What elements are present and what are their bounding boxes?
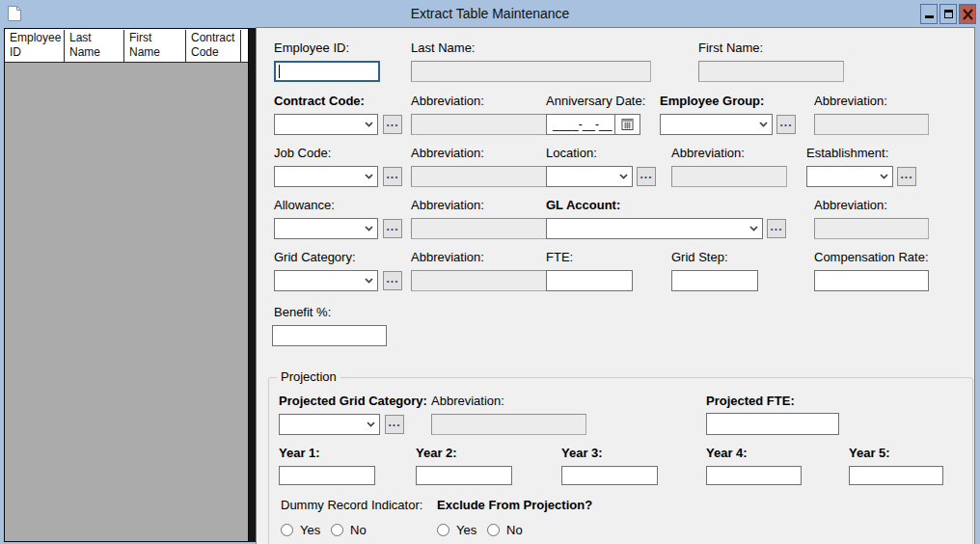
chevron-down-icon <box>365 122 373 127</box>
gl-account-abbreviation-label: Abbreviation: <box>814 198 887 212</box>
column-header-first-name[interactable]: First Name <box>124 30 186 62</box>
employee-id-label: Employee ID: <box>274 41 349 55</box>
location-browse-button[interactable]: ... <box>637 167 656 186</box>
gl-account-abbreviation-input <box>814 218 929 239</box>
employee-group-abbreviation-label: Abbreviation: <box>814 94 887 108</box>
anniversary-date-input[interactable]: ____-__-__ <box>546 114 640 135</box>
fte-label: FTE: <box>546 250 573 264</box>
close-icon <box>963 9 973 23</box>
job-code-abbreviation-label: Abbreviation: <box>411 146 484 160</box>
allowance-browse-button[interactable]: ... <box>383 219 402 238</box>
window-title: Extract Table Maintenance <box>0 6 980 21</box>
gl-account-browse-button[interactable]: ... <box>767 219 786 238</box>
establishment-select[interactable] <box>806 166 893 187</box>
exclude-projection-no-radio[interactable] <box>487 524 500 536</box>
maximize-button[interactable] <box>939 4 957 24</box>
employee-list-body[interactable] <box>5 63 248 541</box>
job-code-abbreviation-input <box>411 166 556 187</box>
exclude-from-projection-label: Exclude From Projection? <box>437 498 592 512</box>
grid-category-select[interactable] <box>274 270 378 291</box>
last-name-label: Last Name: <box>411 41 475 55</box>
contract-code-select[interactable] <box>274 114 378 135</box>
column-header-employee-id[interactable]: Employee ID <box>5 30 65 62</box>
first-name-input <box>698 61 844 82</box>
benefit-percent-input[interactable] <box>272 325 387 346</box>
projected-fte-input[interactable] <box>706 413 839 435</box>
contract-code-label: Contract Code: <box>274 94 365 108</box>
contract-abbreviation-input <box>411 114 556 135</box>
allowance-label: Allowance: <box>274 198 335 212</box>
location-select[interactable] <box>546 166 633 187</box>
chevron-down-icon <box>367 422 375 427</box>
chevron-down-icon <box>365 278 373 284</box>
anniversary-date-label: Anniversary Date: <box>546 94 645 108</box>
job-code-browse-button[interactable]: ... <box>383 167 402 186</box>
column-header-contract-code[interactable]: Contract Code <box>186 30 241 62</box>
employee-group-label: Employee Group: <box>660 94 764 108</box>
establishment-browse-button[interactable]: ... <box>897 167 916 186</box>
dummy-record-no-label: No <box>350 523 367 537</box>
anniversary-date-mask: ____-__-__ <box>547 115 614 134</box>
year-1-input[interactable] <box>279 466 375 485</box>
chevron-down-icon <box>749 226 758 231</box>
dummy-record-no-radio[interactable] <box>331 524 343 536</box>
fte-input[interactable] <box>546 270 633 291</box>
grid-category-abbreviation-label: Abbreviation: <box>411 250 484 264</box>
grid-step-label: Grid Step: <box>671 250 728 264</box>
minimize-button[interactable] <box>920 4 938 24</box>
benefit-percent-label: Benefit %: <box>274 305 331 319</box>
gl-account-select[interactable] <box>546 218 763 239</box>
close-button[interactable] <box>959 4 976 24</box>
location-abbreviation-label: Abbreviation: <box>671 146 745 160</box>
year-4-input[interactable] <box>706 466 802 485</box>
projected-grid-category-select[interactable] <box>279 414 380 435</box>
year-3-input[interactable] <box>561 466 658 485</box>
grid-category-label: Grid Category: <box>274 250 356 264</box>
allowance-abbreviation-label: Abbreviation: <box>411 198 484 212</box>
projection-legend: Projection <box>277 369 340 384</box>
exclude-projection-yes-label: Yes <box>456 523 476 537</box>
projected-abbreviation-label: Abbreviation: <box>431 394 504 408</box>
year-3-label: Year 3: <box>561 446 603 460</box>
year-2-input[interactable] <box>416 466 512 485</box>
employee-id-input[interactable] <box>274 61 380 82</box>
exclude-projection-no-label: No <box>506 523 523 537</box>
year-5-input[interactable] <box>849 466 943 485</box>
allowance-abbreviation-input <box>411 218 556 239</box>
job-code-label: Job Code: <box>274 146 331 160</box>
exclude-projection-yes-radio[interactable] <box>437 524 449 536</box>
last-name-input <box>411 61 651 82</box>
employee-list-header: Employee ID Last Name First Name Contrac… <box>5 29 248 63</box>
window-controls <box>920 4 976 24</box>
projected-abbreviation-input <box>431 414 586 435</box>
projected-grid-category-label: Projected Grid Category: <box>279 394 427 408</box>
projection-group: Projection Projected Grid Category: ... … <box>268 377 973 544</box>
form-panel: Employee ID: Last Name: First Name: Cont… <box>256 27 975 544</box>
window: Extract Table Maintenance Employee ID La… <box>0 0 980 544</box>
dummy-record-yes-radio[interactable] <box>281 524 293 536</box>
panel-splitter <box>249 28 256 542</box>
chevron-down-icon <box>880 174 888 179</box>
projected-grid-category-browse-button[interactable]: ... <box>385 415 404 434</box>
chevron-down-icon <box>365 226 373 231</box>
allowance-select[interactable] <box>274 218 378 239</box>
job-code-select[interactable] <box>274 166 378 187</box>
text-caret <box>279 65 280 78</box>
location-label: Location: <box>546 146 597 160</box>
employee-group-select[interactable] <box>660 114 773 135</box>
contract-code-browse-button[interactable]: ... <box>383 115 402 134</box>
date-picker-button[interactable] <box>614 115 640 134</box>
year-1-label: Year 1: <box>279 446 320 460</box>
compensation-rate-label: Compensation Rate: <box>814 250 929 264</box>
dummy-record-indicator-label: Dummy Record Indicator: <box>281 498 422 512</box>
titlebar[interactable]: Extract Table Maintenance <box>0 0 980 28</box>
chevron-down-icon <box>619 174 628 179</box>
employee-list-panel: Employee ID Last Name First Name Contrac… <box>4 28 249 542</box>
compensation-rate-input[interactable] <box>814 270 929 291</box>
contract-abbreviation-label: Abbreviation: <box>411 94 484 108</box>
grid-category-browse-button[interactable]: ... <box>383 271 402 290</box>
dummy-record-yes-label: Yes <box>300 523 320 537</box>
grid-step-input[interactable] <box>671 270 758 291</box>
employee-group-browse-button[interactable]: ... <box>776 115 796 134</box>
column-header-last-name[interactable]: Last Name <box>65 30 124 62</box>
